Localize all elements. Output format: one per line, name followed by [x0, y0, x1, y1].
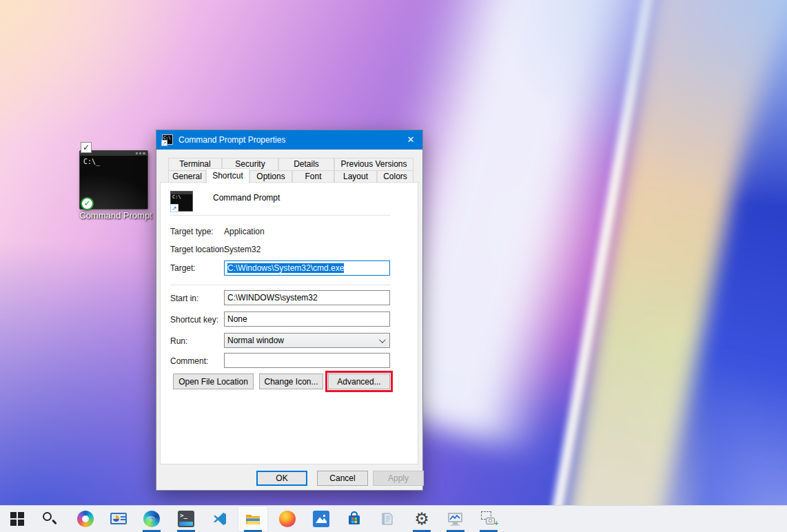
advanced-button[interactable]: Advanced... — [328, 374, 390, 389]
start-icon — [9, 511, 25, 527]
change-icon-button[interactable]: Change Icon... — [259, 374, 323, 389]
shortcut-arrow-icon: ↗ — [161, 140, 167, 146]
tab-font[interactable]: Font — [292, 170, 334, 183]
tab-colors[interactable]: Colors — [377, 170, 413, 183]
properties-dialog: C:\ ↗ Command Prompt Properties ✕ Termin… — [156, 130, 423, 491]
ok-button[interactable]: OK — [256, 471, 307, 486]
close-icon[interactable]: ✕ — [399, 130, 422, 150]
taskbar-item-start[interactable] — [2, 506, 32, 532]
file-explorer-icon — [245, 511, 261, 527]
target-type-label: Target type: — [170, 227, 214, 236]
cancel-button[interactable]: Cancel — [317, 471, 368, 486]
desktop-icon-label: Command Prompt — [76, 210, 156, 221]
notepad-icon — [379, 511, 396, 527]
wallpaper-light-wedge — [599, 252, 787, 532]
tab-shortcut[interactable]: Shortcut — [206, 168, 249, 183]
taskbar-item-snipping-tool[interactable]: + — [473, 506, 504, 532]
copilot-icon — [77, 511, 94, 527]
photos-icon — [313, 511, 329, 527]
taskbar-item-command-prompt[interactable]: >_ — [171, 506, 201, 532]
dialog-titlebar[interactable]: C:\ ↗ Command Prompt Properties ✕ — [156, 130, 422, 150]
shortcut-arrow-icon: ↗ — [170, 204, 178, 212]
desktop: ✓ C:\_ ✓ Command Prompt C:\ ↗ Command Pr… — [0, 0, 787, 532]
gear-icon: ⚙ — [413, 511, 430, 527]
tab-details[interactable]: Details — [278, 158, 334, 170]
icon-checkbox[interactable]: ✓ — [81, 142, 92, 153]
sync-status-badge-icon: ✓ — [81, 197, 94, 210]
target-location-label: Target location: — [170, 245, 226, 254]
command-prompt-mini-icon: C:\ ↗ — [162, 134, 173, 145]
separator — [170, 215, 391, 216]
taskbar-item-control-panel[interactable] — [103, 506, 134, 532]
taskbar-item-settings[interactable]: ⚙ — [407, 506, 437, 532]
search-icon — [41, 511, 58, 527]
tab-options[interactable]: Options — [249, 170, 292, 183]
shortcut-key-label: Shortcut key: — [170, 315, 218, 325]
run-label: Run: — [170, 336, 187, 346]
run-dropdown-value: Normal window — [227, 336, 284, 345]
wallpaper-blue-band — [659, 12, 787, 532]
control-panel-icon — [110, 513, 127, 524]
selected-text: C:\Windows\System32\cmd.exe — [227, 263, 344, 273]
tab-layout[interactable]: Layout — [334, 170, 377, 183]
firefox-icon — [279, 511, 296, 527]
dialog-title: Command Prompt Properties — [178, 135, 285, 145]
taskbar-item-file-explorer[interactable] — [238, 506, 268, 532]
run-dropdown[interactable]: Normal window — [224, 333, 390, 348]
tab-general[interactable]: General — [168, 170, 206, 183]
comment-input[interactable] — [224, 353, 390, 368]
shortcut-name: Command Prompt — [213, 193, 280, 203]
start-in-input[interactable] — [224, 290, 390, 305]
vscode-icon — [212, 511, 228, 527]
taskbar-item-vscode[interactable] — [205, 506, 235, 532]
open-file-location-button[interactable]: Open File Location — [173, 374, 254, 389]
apply-button[interactable]: Apply — [373, 471, 424, 486]
taskbar-item-edge[interactable] — [136, 506, 167, 532]
start-in-label: Start in: — [170, 294, 198, 303]
separator — [170, 285, 391, 285]
target-input[interactable]: C:\Windows\System32\cmd.exe — [224, 260, 390, 276]
chevron-down-icon — [379, 336, 386, 343]
store-icon — [346, 511, 362, 527]
edge-icon — [143, 511, 160, 527]
taskbar-item-search[interactable] — [34, 506, 65, 532]
wallpaper-rainbow-ribbon — [555, 0, 787, 532]
taskbar-item-photos[interactable] — [306, 506, 336, 532]
taskbar: >_ — [0, 505, 787, 532]
taskbar-item-task-manager[interactable] — [440, 506, 471, 532]
command-prompt-icon: >_ — [178, 511, 194, 527]
wallpaper-ribbon-edge — [538, 0, 660, 532]
task-manager-icon — [447, 511, 464, 527]
command-prompt-icon-32: C:\ ↗ — [170, 191, 193, 212]
comment-label: Comment: — [170, 356, 208, 366]
target-location-value: System32 — [224, 245, 260, 254]
target-label: Target: — [170, 263, 196, 273]
taskbar-item-firefox[interactable] — [272, 506, 303, 532]
snipping-tool-icon: + — [480, 511, 497, 527]
taskbar-item-copilot[interactable] — [70, 506, 101, 532]
target-type-value: Application — [224, 227, 265, 236]
tab-previous-versions[interactable]: Previous Versions — [334, 158, 413, 170]
taskbar-item-notepad[interactable] — [372, 506, 402, 532]
taskbar-item-store[interactable] — [339, 506, 369, 532]
shortcut-key-input[interactable] — [224, 311, 390, 327]
